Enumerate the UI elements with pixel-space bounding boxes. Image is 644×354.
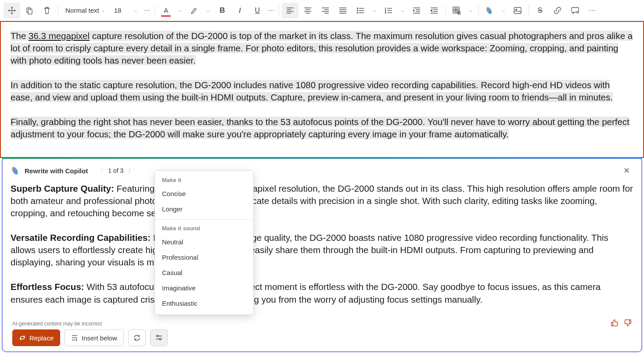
copilot-button[interactable]	[481, 3, 498, 18]
align-left-button[interactable]	[282, 3, 299, 18]
option-casual[interactable]: Casual	[155, 265, 253, 280]
comment-button[interactable]	[567, 3, 583, 18]
font-color-button[interactable]: A	[158, 3, 174, 18]
more-button[interactable]: ⋯	[584, 3, 601, 18]
tone-popup: Make it Concise Longer Make it sound Neu…	[155, 170, 254, 315]
numbered-list-dropdown[interactable]: ⌵	[398, 3, 407, 18]
highlight-dropdown[interactable]: ⌵	[203, 3, 213, 18]
link-text[interactable]: 36.3 megapixel	[29, 31, 90, 41]
svg-point-4	[357, 12, 358, 13]
separator	[445, 5, 446, 16]
feedback-buttons	[611, 319, 632, 327]
separator	[529, 5, 529, 16]
chevron-down-icon: ⌵	[102, 8, 104, 13]
more-format-icon[interactable]: ⋯	[266, 3, 276, 18]
bullet-list-dropdown[interactable]: ⌵	[370, 3, 379, 18]
svg-rect-10	[514, 7, 521, 14]
copilot-title: Rewrite with Copilot	[25, 167, 88, 175]
svg-point-14	[157, 335, 158, 337]
thumbs-down-button[interactable]	[624, 319, 632, 327]
bullet-list-button[interactable]	[352, 3, 369, 18]
adjust-button[interactable]	[150, 329, 168, 346]
increase-indent-button[interactable]	[408, 3, 425, 18]
move-icon[interactable]	[4, 3, 20, 18]
chevron-down-icon: ⌵	[134, 8, 137, 13]
option-professional[interactable]: Professional	[155, 250, 253, 265]
text-style-select[interactable]: Normal text⌵	[61, 3, 109, 18]
prev-button[interactable]: 〈	[97, 166, 104, 175]
formatting-toolbar: Normal text⌵ 18⌵ ⋯ A ⌵ ⌵ B I U ⋯ ⌵ 123 ⌵…	[0, 0, 644, 21]
insert-icon	[71, 334, 78, 341]
svg-point-15	[159, 338, 161, 340]
svg-point-11	[516, 9, 517, 10]
popup-divider	[155, 219, 253, 220]
separator	[478, 5, 479, 16]
align-right-button[interactable]	[317, 3, 334, 18]
option-enthusiastic[interactable]: Enthusiastic	[155, 296, 253, 311]
font-size-label: 18	[114, 7, 122, 14]
paragraph: The 36.3 megapixel capture resolution of…	[11, 30, 633, 67]
separator	[58, 5, 58, 16]
svg-point-3	[357, 10, 358, 11]
document-body[interactable]: The 36.3 megapixel capture resolution of…	[11, 30, 633, 141]
popup-section-header: Make it	[155, 174, 253, 186]
more-options-icon[interactable]: ⋯	[142, 3, 152, 18]
copilot-actions: Replace Insert below	[12, 329, 168, 346]
page-indicator: 1 of 3	[108, 167, 123, 174]
font-size-select[interactable]: 18⌵	[110, 3, 142, 18]
svg-text:3: 3	[385, 11, 386, 14]
close-button[interactable]: ✕	[620, 164, 633, 177]
italic-button[interactable]: I	[231, 3, 248, 18]
delete-icon[interactable]	[39, 3, 55, 18]
replace-button[interactable]: Replace	[12, 329, 60, 346]
table-dropdown[interactable]: ⌵	[466, 3, 475, 18]
highlight-button[interactable]	[186, 3, 202, 18]
paragraph: Finally, grabbing the right shot has nev…	[11, 116, 633, 140]
bold-button[interactable]: B	[214, 3, 230, 18]
suggestion-paragraph: Effortless Focus: With 53 autofocus poin…	[11, 281, 633, 305]
option-concise[interactable]: Concise	[155, 186, 253, 201]
copilot-nav: 〈 1 of 3 〉	[97, 166, 135, 175]
underline-button[interactable]: U	[249, 3, 266, 18]
copilot-suggestion-body: Superb Capture Quality: Featuring an imp…	[11, 182, 633, 306]
replace-icon	[19, 334, 26, 341]
copilot-logo-icon	[11, 166, 20, 175]
ai-disclaimer: AI-generated content may be incorrect	[12, 321, 102, 327]
decrease-indent-button[interactable]	[426, 3, 443, 18]
copy-icon[interactable]	[21, 3, 38, 18]
align-center-button[interactable]	[299, 3, 316, 18]
copilot-header: Rewrite with Copilot 〈 1 of 3 〉 ✕	[11, 164, 633, 177]
svg-point-2	[357, 8, 358, 9]
popup-section-header: Make it sound	[155, 222, 253, 234]
regenerate-icon	[133, 334, 141, 342]
suggestion-paragraph: Superb Capture Quality: Featuring an imp…	[11, 182, 633, 219]
regenerate-button[interactable]	[128, 329, 146, 346]
text-style-label: Normal text	[65, 7, 99, 14]
option-neutral[interactable]: Neutral	[155, 234, 253, 250]
sliders-icon	[155, 334, 163, 342]
copilot-dropdown[interactable]: ⌵	[499, 3, 508, 18]
paragraph: In addition to the static capture resolu…	[11, 79, 633, 104]
align-justify-button[interactable]	[335, 3, 351, 18]
document-selection: The 36.3 megapixel capture resolution of…	[0, 21, 644, 158]
copilot-rewrite-pane: Rewrite with Copilot 〈 1 of 3 〉 ✕ Superb…	[2, 157, 642, 352]
separator	[279, 5, 279, 16]
font-color-dropdown[interactable]: ⌵	[175, 3, 185, 18]
image-button[interactable]	[509, 3, 526, 18]
next-button[interactable]: 〉	[128, 166, 135, 175]
insert-below-button[interactable]: Insert below	[65, 329, 124, 346]
numbered-list-button[interactable]: 123	[380, 3, 397, 18]
option-longer[interactable]: Longer	[155, 201, 253, 217]
thumbs-up-button[interactable]	[611, 319, 619, 327]
table-button[interactable]	[448, 3, 465, 18]
strikethrough-button[interactable]: S	[532, 3, 548, 18]
svg-rect-1	[28, 9, 32, 14]
link-button[interactable]	[549, 3, 566, 18]
suggestion-paragraph: Versatile Recording Capabilities: In add…	[11, 232, 633, 268]
separator	[155, 5, 155, 16]
option-imaginative[interactable]: Imaginative	[155, 280, 253, 296]
